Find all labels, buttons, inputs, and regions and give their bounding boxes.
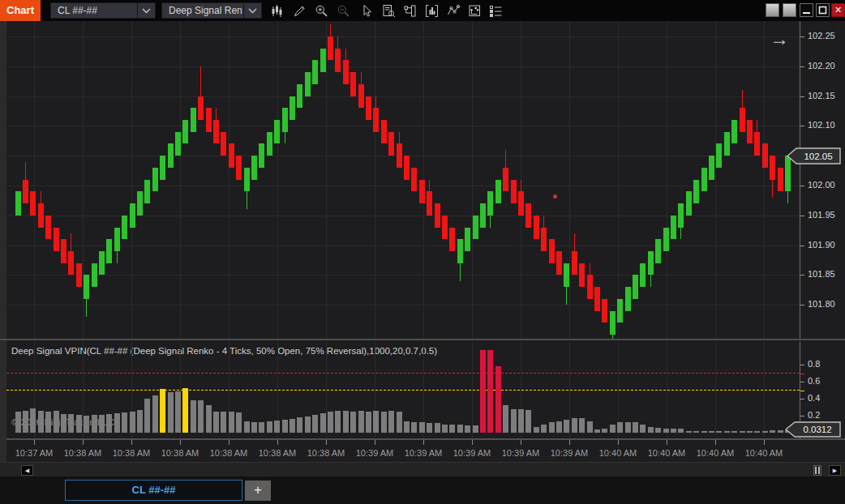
- vpin-bar: [92, 415, 97, 433]
- vpin-bar: [229, 412, 234, 433]
- upper-threshold-line: [6, 373, 800, 374]
- renko-bar: [152, 168, 158, 191]
- vpin-bar: [778, 430, 783, 433]
- price-axis-tick: [800, 186, 804, 186]
- price-axis-label: 102.00: [808, 180, 835, 190]
- scroll-left-icon[interactable]: ◀: [21, 465, 33, 476]
- price-axis-tick: [800, 66, 804, 67]
- vpin-bar: [106, 414, 112, 433]
- chart-style-icon[interactable]: [267, 2, 286, 19]
- vpin-axis-tick: [800, 382, 804, 382]
- data-box-icon[interactable]: [379, 2, 398, 19]
- vpin-bar: [693, 431, 699, 433]
- cursor-icon[interactable]: [356, 2, 375, 19]
- vpin-bar: [503, 405, 508, 433]
- horizontal-scrollbar[interactable]: ◀ ▶: [0, 462, 845, 477]
- window-edge-gutter: [0, 21, 6, 462]
- chevron-down-icon[interactable]: [243, 3, 261, 18]
- tab-cl-instrument[interactable]: CL ##-##: [65, 480, 242, 501]
- vpin-bar: [290, 419, 295, 433]
- vpin-bar: [457, 425, 463, 434]
- close-icon[interactable]: ✕: [831, 3, 845, 17]
- renko-bar: [747, 120, 753, 143]
- renko-bar: [76, 263, 82, 287]
- renko-bar: [198, 96, 204, 120]
- vpin-bar: [449, 425, 455, 434]
- restore-button[interactable]: [816, 3, 830, 17]
- instrument-link-button[interactable]: [766, 3, 779, 17]
- renko-bar: [229, 143, 234, 167]
- vpin-bar: [54, 411, 59, 433]
- go-to-last-bar-icon[interactable]: →: [766, 28, 793, 52]
- renko-bar: [23, 180, 28, 203]
- properties-icon[interactable]: [486, 2, 505, 19]
- vpin-bar: [137, 410, 143, 433]
- grid-line: [6, 186, 800, 186]
- renko-bar: [251, 156, 257, 179]
- data-series-selector[interactable]: Deep Signal Ren...: [161, 2, 262, 19]
- tab-bar: CL ##-## +: [0, 476, 845, 504]
- renko-bar: [350, 72, 356, 96]
- scrollbar-splitter-handle[interactable]: [813, 465, 821, 476]
- scroll-right-icon[interactable]: ▶: [829, 465, 841, 476]
- grid-line: [569, 21, 570, 339]
- renko-bar: [495, 180, 501, 203]
- renko-bar: [282, 108, 288, 131]
- chevron-down-icon[interactable]: [137, 3, 155, 18]
- vpin-bar: [206, 405, 212, 433]
- renko-bar: [724, 132, 730, 156]
- vpin-bar: [175, 391, 181, 433]
- price-axis[interactable]: 102.25102.20102.15102.10102.05102.00101.…: [800, 21, 845, 339]
- zoom-out-icon[interactable]: [333, 2, 353, 19]
- export-template-icon[interactable]: [465, 2, 484, 19]
- vpin-indicator-plot[interactable]: Deep Signal VPIN(CL ##-## (Deep Signal R…: [6, 342, 800, 438]
- add-tab-button[interactable]: +: [245, 481, 271, 501]
- price-axis-tick: [800, 305, 804, 305]
- renko-bar: [30, 191, 36, 215]
- grid-line: [229, 21, 229, 339]
- strategies-icon[interactable]: [444, 2, 463, 19]
- renko-bar: [633, 275, 638, 298]
- vpin-bar: [740, 431, 745, 433]
- minimize-button[interactable]: [800, 3, 813, 17]
- vpin-bar: [23, 411, 28, 433]
- renko-bar: [206, 108, 212, 131]
- renko-bar: [442, 216, 448, 239]
- vpin-bar: [122, 412, 127, 433]
- data-series-selector-value: Deep Signal Ren...: [162, 5, 243, 16]
- vpin-bar: [221, 412, 226, 433]
- renko-bar: [38, 203, 44, 227]
- vpin-bar: [373, 411, 379, 433]
- vpin-bar: [114, 413, 120, 433]
- vpin-bar: [435, 423, 440, 433]
- vpin-bar: [274, 421, 280, 433]
- grid-line: [6, 275, 800, 275]
- vpin-value-badge: 0.0312: [785, 421, 842, 438]
- lower-threshold-tick: [800, 391, 804, 391]
- panel-separator[interactable]: [0, 339, 845, 340]
- price-chart-plot[interactable]: →: [6, 21, 800, 339]
- vpin-bar: [572, 418, 577, 433]
- time-axis[interactable]: 10:37 AM10:38 AM10:38 AM10:38 AM10:38 AM…: [6, 438, 800, 463]
- renko-bar: [335, 49, 341, 72]
- vpin-bar: [427, 423, 432, 433]
- instrument-selector[interactable]: CL ##-##: [50, 2, 156, 19]
- renko-bar: [106, 239, 112, 263]
- zoom-in-icon[interactable]: [311, 2, 331, 19]
- vpin-bar: [594, 429, 600, 433]
- renko-bar: [663, 228, 669, 251]
- chart-trader-icon[interactable]: [400, 2, 419, 19]
- indicators-icon[interactable]: [422, 2, 441, 19]
- drawing-tools-icon[interactable]: [290, 2, 309, 19]
- vpin-bar: [487, 350, 493, 433]
- time-axis-tick: [326, 440, 327, 445]
- interval-link-button[interactable]: [783, 3, 796, 17]
- price-axis-tick: [800, 36, 804, 37]
- renko-bar: [404, 156, 410, 179]
- price-axis-tick: [800, 275, 804, 275]
- vpin-bar: [731, 431, 737, 433]
- renko-bar: [503, 168, 508, 191]
- time-axis-tick: [569, 440, 570, 445]
- renko-bar: [473, 216, 478, 239]
- price-axis-tick: [800, 96, 804, 97]
